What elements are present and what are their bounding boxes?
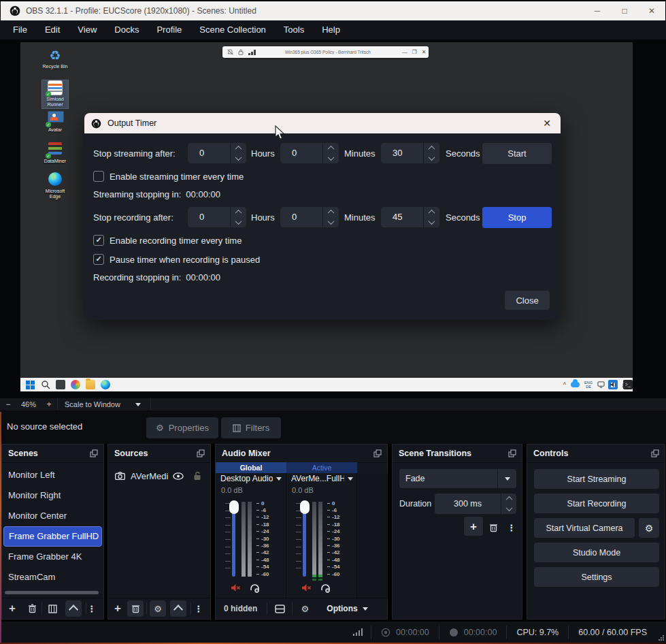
virtual-camera-settings-button[interactable]: ⚙ [639,518,659,538]
recording-hours-spinbox[interactable]: 0 [188,207,246,227]
sources-more-button[interactable]: ⋮ [194,604,203,614]
speaker-tray-icon[interactable] [610,381,617,388]
start-recording-button[interactable]: Start Recording [534,494,659,513]
tab-global[interactable]: Global [216,462,286,473]
headphones-muted-icon[interactable] [250,583,260,593]
pause-timer-checkbox[interactable]: ✓ Pause timer when recording is paused [93,254,260,265]
edge-taskbar-icon[interactable] [101,380,110,389]
spin-down-button[interactable] [231,217,246,227]
minimize-button[interactable]: ─ [584,1,611,20]
mini-restore-button[interactable]: ❐ [410,49,419,55]
scene-list-item[interactable]: StreamCam [2,567,103,587]
transitions-more-button[interactable]: ⋮ [507,523,516,533]
mute-speaker-icon[interactable] [231,583,241,592]
scene-list-item[interactable]: Monitor Left [2,465,103,485]
spin-down-button[interactable] [231,153,246,163]
start-button[interactable] [26,380,35,390]
spin-down-button[interactable] [424,217,439,227]
file-explorer-icon[interactable] [86,380,95,389]
close-button[interactable]: ✕ [638,1,665,20]
spin-up-button[interactable] [424,143,439,153]
enable-streaming-timer-checkbox[interactable]: Enable streaming timer every time [93,171,244,182]
streaming-seconds-spinbox[interactable]: 30 [381,143,439,163]
popout-icon[interactable] [508,449,516,457]
stop-recording-timer-button[interactable]: Stop [482,207,552,228]
mini-connection-bar[interactable]: Win365 plus O365 Policy - Bernhard Trits… [222,46,429,58]
menu-item[interactable]: Tools [275,20,313,39]
menu-item[interactable]: File [4,20,36,39]
scenes-scrollbar[interactable] [5,591,99,594]
app-icon-colorful[interactable] [71,380,80,389]
sources-header[interactable]: Sources [108,445,210,463]
popout-icon[interactable] [651,449,659,457]
scenes-header[interactable]: Scenes [2,445,103,463]
settings-button[interactable]: Settings [534,567,659,587]
spin-up-button[interactable] [501,494,516,504]
mute-speaker-icon[interactable] [301,583,312,592]
language-indicator[interactable]: ENG DE [584,381,593,389]
maximize-button[interactable]: □ [611,1,638,20]
transition-select[interactable]: Fade [399,469,516,488]
spin-down-button[interactable] [323,153,339,163]
controls-header[interactable]: Controls [527,445,665,463]
dialog-titlebar[interactable]: Output Timer ✕ [84,113,561,133]
scene-list-item[interactable]: Frame Grabber FullHD [3,526,102,547]
mini-minimize-button[interactable]: — [400,49,410,55]
lock-icon[interactable] [193,471,201,481]
spin-down-button[interactable] [424,153,439,163]
streaming-hours-spinbox[interactable]: 0 [188,143,246,163]
desktop-icon-edge[interactable]: Microsoft Edge [42,172,68,200]
desktop-icon-simload-runner[interactable]: ✓ Simload Runner [42,80,68,108]
menu-item[interactable]: View [69,20,105,39]
mixer-source-dropdown[interactable]: AVerMe...FullHD [286,473,356,484]
menu-item[interactable]: Profile [148,20,190,39]
zoom-in-button[interactable]: + [41,400,57,409]
move-scene-up-button[interactable] [65,600,82,617]
scene-filters-button[interactable] [42,605,63,613]
menu-item[interactable]: Help [313,20,349,39]
advanced-audio-gear-icon[interactable]: ⚙ [293,604,317,614]
spin-up-button[interactable] [424,207,439,217]
resize-grip[interactable] [659,635,664,641]
properties-button[interactable]: ⚙ Properties [146,417,218,438]
recording-seconds-spinbox[interactable]: 45 [381,207,439,227]
display-tray-icon[interactable] [597,381,605,388]
menu-item[interactable]: Docks [105,20,148,39]
streaming-minutes-spinbox[interactable]: 0 [280,143,339,163]
scene-list-item[interactable]: Monitor Right [2,485,103,506]
dialog-close-action-button[interactable]: Close [505,291,550,310]
headphones-muted-icon[interactable] [320,583,331,593]
task-view-icon[interactable] [56,380,65,389]
tab-active[interactable]: Active [286,462,357,473]
spin-up-button[interactable] [231,207,246,217]
duration-spinbox[interactable]: 300 ms [435,494,516,514]
mixer-options-button[interactable]: Options [327,604,367,613]
audio-mixer-header[interactable]: Audio Mixer [216,445,387,463]
start-virtual-camera-button[interactable]: Start Virtual Camera [534,518,635,538]
remove-scene-button[interactable] [22,604,41,613]
fader-handle[interactable] [229,500,239,514]
add-source-button[interactable]: + [108,602,127,614]
transitions-header[interactable]: Scene Transitions [393,445,522,463]
spin-down-button[interactable] [323,217,339,227]
filters-button[interactable]: Filters [221,417,281,438]
start-streaming-button[interactable]: Start Streaming [534,469,659,489]
scale-mode-dropdown[interactable]: Scale to Window [58,400,150,408]
mixer-source-dropdown[interactable]: Desktop Audio [216,473,286,484]
mini-close-button[interactable]: ✕ [419,49,429,55]
onedrive-icon[interactable] [571,382,580,387]
search-icon[interactable] [41,380,50,389]
desktop-icon-avatar[interactable]: ✓ Avatar [42,111,68,133]
visibility-eye-icon[interactable] [173,472,184,480]
recording-minutes-spinbox[interactable]: 0 [280,207,339,227]
popout-icon[interactable] [373,449,382,457]
start-streaming-timer-button[interactable]: Start [482,143,552,164]
scene-list-item[interactable]: Frame Grabber 4K [2,547,103,567]
enable-recording-timer-checkbox[interactable]: ✓ Enable recording timer every time [93,235,242,246]
add-scene-button[interactable]: + [2,602,22,614]
popout-icon[interactable] [197,449,205,457]
spin-up-button[interactable] [323,207,339,217]
notification-bell-icon[interactable] [622,381,629,389]
desktop-icon-dataminer[interactable]: ✓ DataMiner [42,142,68,164]
source-properties-button[interactable]: ⚙ [150,600,166,617]
